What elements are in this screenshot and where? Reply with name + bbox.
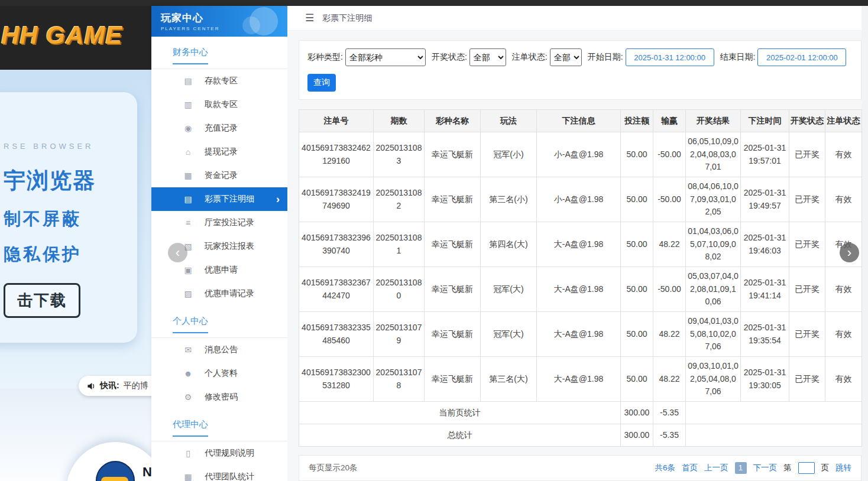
sidebar-title: 玩家中心 [161, 11, 287, 25]
column-header: 下注信息 [537, 110, 621, 132]
column-header: 开奖结果 [686, 110, 741, 132]
search-button[interactable]: 查询 [307, 74, 336, 92]
lottery-bet-details-icon: ▤ [183, 194, 193, 204]
sidebar-item-agent-rules[interactable]: ▯代理规则说明 [151, 441, 287, 465]
total-count-text: 共6条 [655, 463, 675, 473]
first-page-link[interactable]: 首页 [682, 463, 698, 473]
sidebar-item-promo-apply[interactable]: ▣优惠申请 [151, 258, 287, 282]
hall-bet-records-icon: ≡ [183, 218, 193, 228]
page-jump-prefix: 第 [783, 463, 792, 473]
table-row: 40156917383230053128020250131078幸运飞艇新第三名… [299, 357, 862, 402]
pagination-controls: 共6条 首页 上一页 1 下一页 第 页 跳转 [655, 462, 851, 474]
page-title: 彩票下注明细 [322, 13, 372, 24]
table-cell: 48.22 [653, 222, 686, 267]
carousel-left-arrow[interactable]: ‹ [168, 243, 187, 262]
filter-row: 彩种类型: 全部彩种 开奖状态: 全部 注单状态: 全部 开始日期: 结束日期: [307, 48, 853, 66]
page-jump-input[interactable] [798, 462, 815, 474]
order-status-label: 注单状态: [512, 52, 548, 63]
sidebar-item-label: 个人资料 [205, 368, 238, 379]
sidebar-item-profile[interactable]: ☻个人资料 [151, 362, 287, 385]
site-logo: HH GAME [1, 21, 122, 50]
sidebar-item-lottery-bet-details[interactable]: ▤彩票下注明细› [151, 187, 287, 211]
withdraw-icon: ▥ [183, 100, 193, 109]
sidebar-item-label: 代理规则说明 [205, 448, 254, 459]
summary-label: 总统计 [299, 424, 621, 447]
table-cell: 已开奖 [789, 177, 825, 222]
table-cell: 冠军(小) [481, 132, 537, 177]
column-header: 期数 [374, 110, 425, 132]
table-cell: 小-A盘@1.98 [537, 177, 621, 222]
download-button[interactable]: 击下载 [4, 283, 80, 318]
end-date-input[interactable] [757, 48, 846, 66]
sidebar-item-deposit[interactable]: ▤存款专区 [151, 69, 287, 93]
column-header: 下注时间 [741, 110, 789, 132]
promo-apply-icon: ▣ [183, 265, 193, 275]
next-page-link[interactable]: 下一页 [753, 463, 778, 473]
column-header: 彩种名称 [425, 110, 481, 132]
sidebar-item-messages[interactable]: ✉消息公告 [151, 338, 287, 362]
table-cell: 05,03,07,04,02,08,01,09,10,06 [686, 267, 741, 312]
sidebar-item-recharge-records[interactable]: ◉充值记录 [151, 116, 287, 140]
sidebar-item-label: 代理团队统计 [205, 472, 254, 481]
table-cell: 冠军(大) [481, 267, 537, 312]
table-cell: 50.00 [621, 267, 653, 312]
draw-status-select[interactable]: 全部 [469, 48, 506, 66]
sidebar-item-withdrawal-records[interactable]: ⌂提现记录 [151, 140, 287, 164]
speaker-icon [87, 382, 96, 391]
carousel-right-arrow[interactable]: › [840, 243, 859, 262]
sidebar-item-funds-records[interactable]: ▦资金记录 [151, 164, 287, 187]
sidebar-item-label: 玩家投注报表 [205, 241, 254, 252]
column-header: 注单号 [299, 110, 374, 132]
table-cell: 幸运飞艇新 [425, 132, 481, 177]
gear-icon: ⚙ [183, 392, 193, 402]
sidebar-item-label: 资金记录 [205, 170, 238, 181]
table-cell: -50.00 [653, 177, 686, 222]
start-date-input[interactable] [626, 48, 714, 66]
prev-page-link[interactable]: 上一页 [704, 463, 728, 473]
sidebar: 玩家中心 PLAYERS CENTER 财务中心▤存款专区▥取款专区◉充值记录⌂… [151, 6, 287, 481]
table-cell: 06,05,10,09,02,04,08,03,07,01 [686, 132, 741, 177]
table-cell: 已开奖 [789, 312, 825, 357]
document-icon: ▯ [183, 448, 193, 458]
table-cell: 第三名(小) [481, 177, 537, 222]
logo-bridge-shape [101, 477, 128, 481]
background-page: RSE BROWSER 宇浏览器 制不屏蔽 隐私保护 击下载 HH GAME N [0, 0, 151, 481]
table-cell: 大-A盘@1.98 [537, 222, 621, 267]
hamburger-icon[interactable]: ☰ [305, 12, 314, 24]
table-cell: 48.22 [653, 357, 686, 402]
sidebar-item-label: 充值记录 [205, 123, 238, 134]
table-cell: 已开奖 [789, 267, 825, 312]
sidebar-item-label: 取款专区 [205, 99, 238, 110]
chevron-right-icon: › [276, 193, 280, 206]
table-cell: 09,03,10,01,02,05,04,08,07,06 [686, 357, 741, 402]
sidebar-item-agent-team-stats[interactable]: ▦代理团队统计 [151, 465, 287, 481]
sidebar-item-hall-bet-records[interactable]: ≡厅室投注记录 [151, 211, 287, 235]
table-cell: 大-A盘@1.98 [537, 267, 621, 312]
table-header-row: 注单号期数彩种名称玩法下注信息投注额输赢开奖结果下注时间开奖状态注单状态 [299, 110, 862, 132]
sidebar-item-promo-apply-records[interactable]: ▨优惠申请记录 [151, 282, 287, 306]
table-cell: 第三名(大) [481, 357, 537, 402]
recharge-records-icon: ◉ [183, 124, 193, 133]
table-cell: 冠军(大) [481, 312, 537, 357]
sidebar-item-withdraw[interactable]: ▥取款专区 [151, 93, 287, 116]
summary-row: 总统计300.00-5.35 [299, 424, 862, 447]
sidebar-item-label: 厅室投注记录 [205, 217, 254, 228]
table-cell: 幸运飞艇新 [425, 177, 481, 222]
table-cell: 有效 [825, 132, 862, 177]
current-page-indicator[interactable]: 1 [735, 462, 747, 474]
table-cell: 401569173832419749690 [299, 177, 374, 222]
lottery-type-select[interactable]: 全部彩种 [345, 48, 426, 66]
sidebar-item-label: 优惠申请记录 [205, 288, 254, 299]
table-cell: 20250131081 [374, 222, 425, 267]
table-row: 40156917383239639074020250131081幸运飞艇新第四名… [299, 222, 862, 267]
order-status-select[interactable]: 全部 [550, 48, 582, 66]
sidebar-item-change-password[interactable]: ⚙修改密码 [151, 385, 287, 409]
column-header: 输赢 [653, 110, 686, 132]
table-cell: 幸运飞艇新 [425, 222, 481, 267]
table-cell: 已开奖 [789, 222, 825, 267]
column-header: 开奖状态 [789, 110, 825, 132]
jump-button[interactable]: 跳转 [835, 463, 851, 473]
ticker-text: 平的博 [124, 381, 148, 391]
table-cell: -50.00 [653, 132, 686, 177]
promo-apply-records-icon: ▨ [183, 289, 193, 298]
